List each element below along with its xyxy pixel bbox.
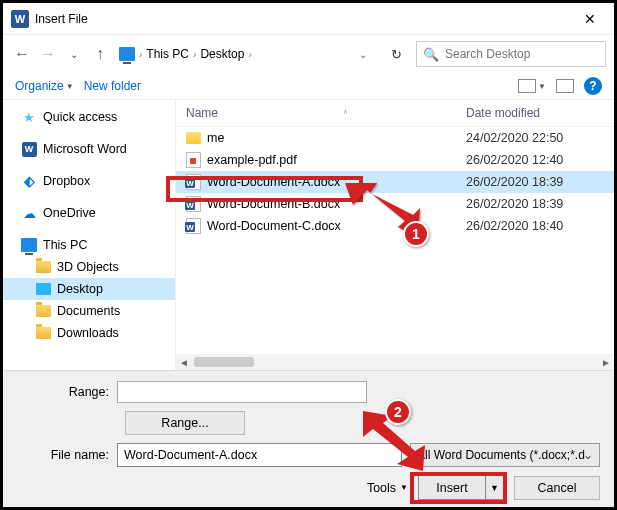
nav-desktop[interactable]: Desktop (3, 278, 175, 300)
nav-downloads[interactable]: Downloads (3, 322, 175, 344)
bottom-panel: Range: Range... File name: All Word Docu… (3, 370, 614, 510)
address-bar-row: ← → ⌄ ↑ › This PC › Desktop › ⌄ ↻ 🔍 Sear… (3, 35, 614, 73)
file-row[interactable]: me24/02/2020 22:50 (176, 127, 614, 149)
word-icon: W (21, 141, 37, 157)
chevron-right-icon: › (191, 49, 198, 60)
chevron-right-icon: › (137, 49, 144, 60)
column-name-header[interactable]: Name ＾ (186, 106, 466, 120)
search-placeholder: Search Desktop (445, 47, 530, 61)
breadcrumb[interactable]: › This PC › Desktop › (115, 45, 258, 63)
file-date: 26/02/2020 18:40 (466, 219, 606, 233)
nav-microsoft-word[interactable]: WMicrosoft Word (3, 138, 175, 160)
cancel-button[interactable]: Cancel (514, 476, 600, 500)
address-dropdown-icon[interactable]: ⌄ (349, 49, 377, 60)
toolbar: Organize▼ New folder ▼ ? (3, 73, 614, 100)
search-input[interactable]: 🔍 Search Desktop (416, 41, 606, 67)
file-list-pane: Name ＾ Date modified me24/02/2020 22:50e… (175, 100, 614, 370)
folder-icon (35, 325, 51, 341)
word-app-icon: W (11, 10, 29, 28)
horizontal-scrollbar[interactable]: ◄ ► (176, 354, 614, 370)
nav-recent-icon[interactable]: ⌄ (63, 49, 85, 60)
nav-this-pc[interactable]: This PC (3, 234, 175, 256)
file-date: 26/02/2020 18:39 (466, 175, 606, 189)
dropbox-icon: ⬖ (21, 173, 37, 189)
range-label: Range: (17, 385, 117, 399)
docx-icon (186, 218, 201, 234)
file-row[interactable]: example-pdf.pdf26/02/2020 12:40 (176, 149, 614, 171)
insert-file-dialog: W Insert File ✕ ← → ⌄ ↑ › This PC › Desk… (0, 0, 617, 510)
organize-button[interactable]: Organize▼ (15, 79, 74, 93)
list-header: Name ＾ Date modified (176, 100, 614, 127)
insert-split-button[interactable]: Insert ▼ (418, 475, 504, 500)
nav-forward-icon[interactable]: → (37, 45, 59, 63)
file-date: 26/02/2020 12:40 (466, 153, 606, 167)
navigation-pane: ★Quick access WMicrosoft Word ⬖Dropbox ☁… (3, 100, 175, 370)
nav-documents[interactable]: Documents (3, 300, 175, 322)
file-name: Word-Document-B.docx (207, 197, 340, 211)
range-input[interactable] (117, 381, 367, 403)
nav-up-icon[interactable]: ↑ (89, 45, 111, 63)
close-icon[interactable]: ✕ (574, 7, 606, 31)
folder-icon (35, 303, 51, 319)
nav-back-icon[interactable]: ← (11, 45, 33, 63)
filename-input[interactable] (117, 443, 402, 467)
file-row[interactable]: Word-Document-A.docx26/02/2020 18:39 (176, 171, 614, 193)
chevron-down-icon: ▼ (400, 483, 408, 492)
sort-caret-icon: ＾ (341, 107, 350, 120)
folder-icon (186, 132, 201, 144)
nav-quick-access[interactable]: ★Quick access (3, 106, 175, 128)
view-icon (518, 79, 536, 93)
docx-icon (186, 196, 201, 212)
file-name: example-pdf.pdf (207, 153, 297, 167)
desktop-icon (35, 281, 51, 297)
preview-pane-button[interactable] (556, 79, 574, 93)
annotation-badge-2: 2 (385, 399, 411, 425)
pc-icon (119, 47, 135, 61)
column-date-header[interactable]: Date modified (466, 106, 606, 120)
scroll-right-icon[interactable]: ► (598, 357, 614, 368)
insert-button[interactable]: Insert (418, 475, 486, 500)
filename-label: File name: (17, 448, 117, 462)
file-date: 24/02/2020 22:50 (466, 131, 606, 145)
chevron-right-icon: › (246, 49, 253, 60)
star-icon: ★ (21, 109, 37, 125)
file-row[interactable]: Word-Document-C.docx26/02/2020 18:40 (176, 215, 614, 237)
insert-dropdown-icon[interactable]: ▼ (486, 475, 504, 500)
pdf-icon (186, 152, 201, 168)
tools-dropdown[interactable]: Tools ▼ (367, 481, 408, 495)
range-button[interactable]: Range... (125, 411, 245, 435)
nav-dropbox[interactable]: ⬖Dropbox (3, 170, 175, 192)
help-icon[interactable]: ? (584, 77, 602, 95)
chevron-down-icon: ▼ (66, 82, 74, 91)
breadcrumb-root[interactable]: This PC (146, 47, 189, 61)
folder-icon (35, 259, 51, 275)
cloud-icon: ☁ (21, 205, 37, 221)
scroll-left-icon[interactable]: ◄ (176, 357, 192, 368)
window-title: Insert File (35, 12, 88, 26)
docx-icon (186, 174, 201, 190)
search-icon: 🔍 (423, 47, 439, 62)
view-mode-button[interactable]: ▼ (518, 79, 546, 93)
scroll-thumb[interactable] (194, 357, 254, 367)
nav-3d-objects[interactable]: 3D Objects (3, 256, 175, 278)
file-name: me (207, 131, 224, 145)
pc-icon (21, 237, 37, 253)
refresh-icon[interactable]: ↻ (381, 47, 412, 62)
annotation-badge-1: 1 (403, 221, 429, 247)
file-name: Word-Document-A.docx (207, 175, 340, 189)
file-name: Word-Document-C.docx (207, 219, 341, 233)
nav-onedrive[interactable]: ☁OneDrive (3, 202, 175, 224)
titlebar: W Insert File ✕ (3, 3, 614, 35)
breadcrumb-folder[interactable]: Desktop (200, 47, 244, 61)
body-split: ★Quick access WMicrosoft Word ⬖Dropbox ☁… (3, 100, 614, 370)
file-date: 26/02/2020 18:39 (466, 197, 606, 211)
filetype-dropdown[interactable]: All Word Documents (*.docx;*.d (410, 443, 600, 467)
new-folder-button[interactable]: New folder (84, 79, 141, 93)
file-row[interactable]: Word-Document-B.docx26/02/2020 18:39 (176, 193, 614, 215)
